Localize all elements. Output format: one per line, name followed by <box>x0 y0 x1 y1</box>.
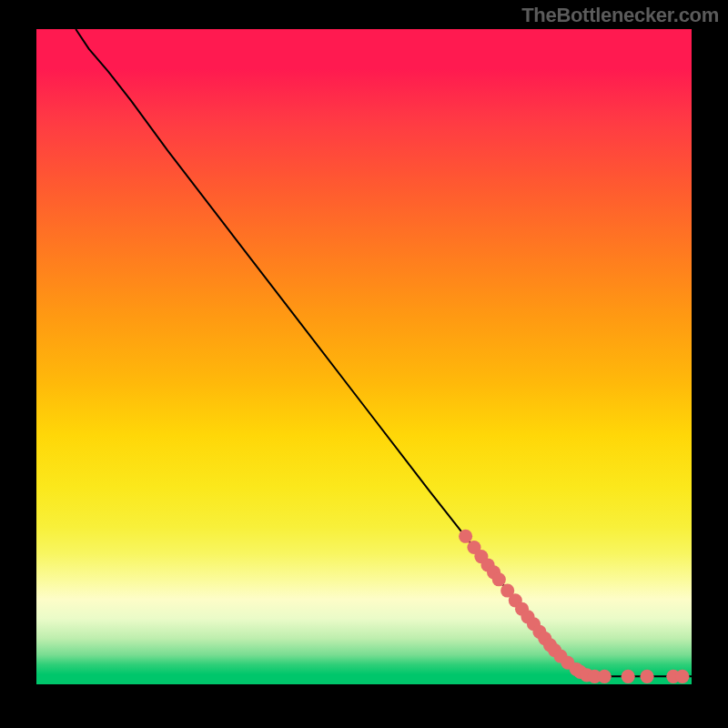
data-marker <box>459 530 472 543</box>
data-marker <box>640 670 653 683</box>
data-marker <box>598 670 612 683</box>
attribution-text: TheBottlenecker.com <box>521 4 719 27</box>
data-marker <box>622 670 635 683</box>
plot-area <box>36 29 692 684</box>
chart-svg <box>36 29 692 684</box>
curve-markers <box>459 530 689 683</box>
curve-line <box>76 29 692 676</box>
chart-frame: TheBottlenecker.com <box>0 0 728 728</box>
data-marker <box>675 670 689 683</box>
data-marker <box>492 572 506 586</box>
